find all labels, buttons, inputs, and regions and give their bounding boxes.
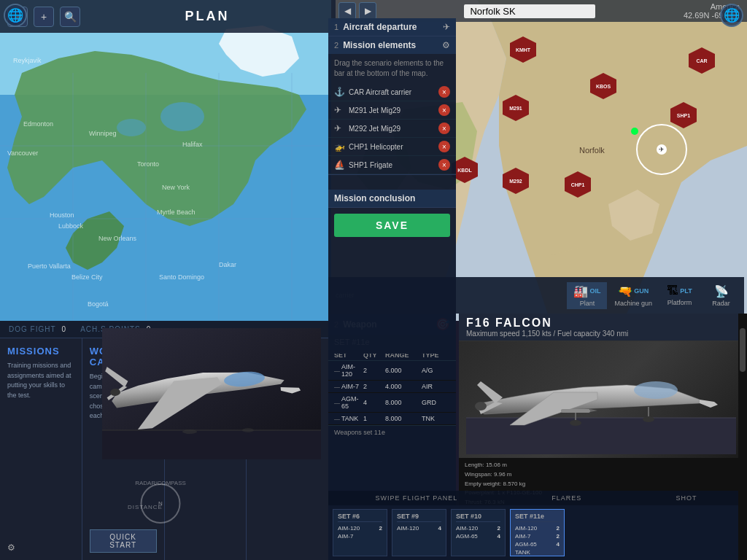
map-search-input[interactable]: [464, 4, 595, 18]
add-button[interactable]: +: [34, 7, 54, 27]
plant-label: Plant: [580, 300, 595, 307]
dogfight-stat: DOG FIGHT 0: [9, 325, 66, 333]
mission-elements-header[interactable]: 2 Mission elements ⚙: [328, 36, 456, 54]
green-dot: [631, 128, 638, 135]
svg-point-5: [160, 102, 204, 131]
toolbar-plt[interactable]: 🏗 PLT Platform: [659, 282, 700, 308]
w3-name: AGM-65: [341, 395, 363, 410]
plan-title: PLAN: [86, 9, 328, 24]
weapons-sets-label: Weapons set 11e: [328, 425, 456, 439]
element-car[interactable]: ⚓ CAR Aircraft carrier ×: [328, 83, 456, 101]
scrollbar[interactable]: [738, 314, 747, 560]
toolbar-oil[interactable]: 🏭 OIL Plant: [567, 282, 607, 309]
w4-name: TANK: [341, 415, 358, 422]
globe-icon-topleft[interactable]: 🌐: [4, 4, 27, 27]
svg-point-6: [117, 119, 146, 136]
aircraft-departure-section: 1 Aircraft departure ✈: [328, 18, 456, 36]
dogfight-value: 0: [62, 325, 66, 333]
aircraft-3d-render: [102, 328, 321, 459]
w4-range: 8.000: [385, 415, 422, 422]
remove-m291-button[interactable]: ×: [438, 104, 450, 116]
globe-icon-topright[interactable]: 🌐: [720, 4, 743, 27]
svg-rect-20: [466, 418, 736, 454]
element-m292-name: M292 Jet Mig29: [349, 125, 434, 133]
w2-qty: 2: [363, 383, 385, 390]
element-shp1[interactable]: ⛵ SHP1 Frigate ×: [328, 156, 456, 174]
element-car-name: CAR Aircraft carrier: [349, 88, 434, 96]
map-nav-back[interactable]: ◀: [338, 2, 356, 20]
jet-m292-icon: ✈: [334, 123, 344, 133]
wset-11e-row2: AIM-7 2: [515, 533, 560, 540]
svg-point-46: [242, 428, 254, 432]
drag-hint: Drag the scenario elements to the bar at…: [328, 54, 456, 83]
w1-name: AIM-120: [341, 363, 363, 378]
bottom-labels: SWIPE FLIGHT PANEL FLARES SHOT: [328, 491, 744, 505]
element-chp1[interactable]: 🚁 CHP1 Helicopter ×: [328, 138, 456, 156]
wset-10-row2: AGM-65 4: [456, 533, 500, 540]
save-button[interactable]: SAVE: [334, 214, 450, 237]
weapon-row-agm65: — AGM-65 4 8.000 GRD: [328, 393, 456, 413]
compass-ring: N: [141, 483, 181, 524]
w1-type: A/G: [422, 367, 451, 374]
oil-icon: 🏭: [573, 284, 588, 298]
element-m292[interactable]: ✈ M292 Jet Mig29 ×: [328, 120, 456, 138]
gear-icon-missions: ⚙: [7, 542, 15, 553]
svg-rect-36: [102, 430, 321, 459]
w2-name: AIM-7: [341, 383, 359, 390]
scenario-panel: 1 Aircraft departure ✈ 2 Mission element…: [328, 18, 456, 354]
quick-start-button[interactable]: QUICK START: [90, 529, 157, 553]
toolbar-radar[interactable]: 📡 Radar: [701, 282, 741, 309]
svg-rect-33: [561, 409, 590, 413]
radar-label: Radar: [712, 300, 730, 307]
wset-11e[interactable]: SET #11e AIM-120 2 AIM-7 2 AGM-65 4 TANK: [510, 509, 565, 556]
zoom-button[interactable]: 🔍: [60, 7, 80, 27]
remove-shp1-button[interactable]: ×: [438, 159, 450, 171]
mission-conclusion-section: Mission conclusion: [328, 190, 456, 208]
target-circle: ✈: [636, 124, 687, 175]
element-m291[interactable]: ✈ M291 Jet Mig29 ×: [328, 101, 456, 120]
wset-11e-row3: AGM-65 4: [515, 541, 560, 548]
section-num-2: 2: [334, 41, 338, 50]
wset-9[interactable]: SET #9 AIM-120 4: [392, 509, 446, 556]
toolbar-gun[interactable]: 🔫 GUN Machine gun: [608, 282, 658, 309]
aircraft-3d-area: [102, 328, 321, 459]
w4-qty: 1: [363, 415, 385, 422]
w1-qty: 2: [363, 367, 385, 374]
swipe-flight-panel-label[interactable]: SWIPE FLIGHT PANEL: [376, 494, 458, 502]
wset-10-title: SET #10: [456, 513, 500, 522]
compass-label: N: [158, 500, 163, 507]
weapon-row-tank: — TANK 1 8.000 TNK: [328, 413, 456, 425]
remove-m292-button[interactable]: ×: [438, 122, 450, 134]
wset-6-title: SET #6: [338, 513, 382, 522]
scroll-thumb[interactable]: [740, 328, 746, 372]
wset-6-row2: AIM-7: [338, 533, 382, 540]
wset-11e-row1: AIM-120 2: [515, 525, 560, 532]
flares-label[interactable]: FLARES: [551, 494, 581, 502]
f16-subtitle: Maximum speed 1,150 kts / Fuel capacity …: [466, 330, 740, 338]
svg-point-32: [643, 416, 654, 422]
shot-label[interactable]: SHOT: [676, 494, 697, 502]
platform-label: Platform: [667, 299, 692, 306]
remove-car-button[interactable]: ×: [438, 86, 450, 98]
f16-title: F16 FALCON: [466, 316, 740, 330]
svg-marker-34: [590, 409, 597, 412]
map-nav-forward[interactable]: ▶: [359, 2, 376, 20]
wset-10-row1: AIM-120 2: [456, 525, 500, 532]
w2-range: 4.000: [385, 383, 422, 390]
world-map: Reykjavik Edmonton Vancouver Winnipeg Ha…: [0, 0, 336, 321]
card-missions[interactable]: MISSIONS Training missions and assignmen…: [0, 338, 82, 560]
platform-icon: 🏗: [667, 284, 678, 298]
gear-icon: ⚙: [442, 40, 450, 50]
gun-icon: 🔫: [618, 284, 632, 298]
w3-qty: 4: [363, 399, 385, 406]
missions-title: MISSIONS: [7, 346, 74, 357]
aircraft-departure-header[interactable]: 1 Aircraft departure ✈: [328, 18, 456, 36]
wset-10[interactable]: SET #10 AIM-120 2 AGM-65 4: [451, 509, 506, 556]
remove-chp1-button[interactable]: ×: [438, 141, 450, 152]
wset-6[interactable]: SET #6 AIM-120 2 AIM-7: [333, 509, 387, 556]
svg-point-30: [570, 420, 581, 426]
svg-point-24: [634, 381, 678, 399]
svg-point-45: [182, 429, 197, 434]
f16-image: [459, 341, 747, 458]
wset-11e-title: SET #11e: [515, 513, 560, 522]
